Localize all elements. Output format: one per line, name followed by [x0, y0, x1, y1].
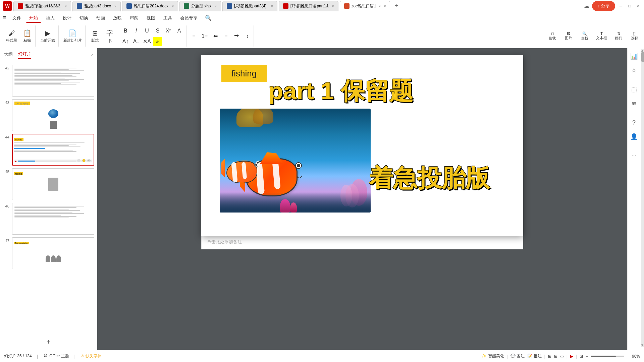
- fit-width-button[interactable]: ⊡: [580, 354, 583, 359]
- canvas-area[interactable]: fishing part 1 保留题: [97, 48, 627, 350]
- add-tab-button[interactable]: +: [391, 1, 401, 11]
- user-panel-button[interactable]: 👤: [628, 131, 640, 143]
- slide-thumb-47[interactable]: Transportation: [12, 237, 94, 269]
- image-button[interactable]: 🖼 图片: [562, 27, 575, 46]
- menu-insert[interactable]: 插入: [43, 14, 58, 22]
- menu-file[interactable]: 文件: [9, 14, 24, 22]
- start-slideshow-button[interactable]: ▶ 当前开始: [38, 27, 57, 46]
- tab-4[interactable]: 分题型.xlsx ×: [179, 1, 221, 11]
- font-size-up[interactable]: A↑: [121, 37, 130, 46]
- font-size-down[interactable]: A↓: [131, 37, 141, 46]
- font-color-button[interactable]: A: [174, 26, 184, 36]
- missing-font-badge[interactable]: ⚠ 缺失字体: [81, 353, 102, 359]
- align-center-button[interactable]: ≡: [221, 32, 231, 41]
- italic-button[interactable]: I: [131, 26, 141, 36]
- menu-view[interactable]: 视图: [143, 14, 159, 22]
- tab-outline[interactable]: 大纲: [4, 51, 13, 59]
- tab-3-close[interactable]: ×: [172, 4, 174, 8]
- tab-6[interactable]: [只读]雅思口语part1& ×: [279, 1, 338, 11]
- tab-6-close[interactable]: ×: [332, 4, 334, 8]
- slide-item-45[interactable]: 45 fishing: [3, 168, 94, 200]
- slide-thumb-43[interactable]: geography: [12, 99, 94, 131]
- slideshow-button[interactable]: ▶: [570, 354, 573, 359]
- maximize-button[interactable]: □: [627, 3, 633, 9]
- strikethrough-button[interactable]: S: [153, 26, 162, 36]
- view-grid-button[interactable]: ⊟: [554, 354, 557, 359]
- clear-format-button[interactable]: ✕A: [142, 37, 152, 46]
- question-panel-button[interactable]: ?: [628, 117, 640, 129]
- menu-design[interactable]: 设计: [59, 14, 75, 22]
- minimize-button[interactable]: ─: [618, 3, 624, 9]
- scrollbar-track[interactable]: ▲ ▼: [641, 49, 644, 347]
- numbering-button[interactable]: 1≡: [200, 32, 209, 41]
- tab-2[interactable]: 雅思part3.docx ×: [72, 1, 121, 11]
- slide-item-47[interactable]: 47 Transportation: [3, 237, 94, 269]
- tab-5[interactable]: [只读]雅思part3(4). ×: [222, 1, 277, 11]
- bullets-button[interactable]: ≡: [189, 32, 199, 41]
- slide-canvas[interactable]: fishing part 1 保留题: [201, 55, 523, 236]
- tab-slides[interactable]: 幻灯片: [18, 51, 31, 59]
- comment-toggle[interactable]: 💬 备注: [511, 353, 525, 359]
- notes-area[interactable]: 单击此处添加备注: [201, 236, 523, 249]
- shape-button[interactable]: ◻ 形状: [546, 27, 559, 46]
- star-panel-button[interactable]: ☆: [628, 64, 640, 76]
- share-button[interactable]: ↑ 分享: [592, 1, 615, 11]
- scrollbar-thumb[interactable]: [641, 52, 644, 62]
- cloud-icon[interactable]: ☁: [584, 3, 589, 9]
- menu-vip[interactable]: 会员专享: [177, 14, 201, 22]
- add-slide-button[interactable]: +: [0, 334, 97, 350]
- tab-5-close[interactable]: ×: [271, 4, 273, 8]
- tab-7-close[interactable]: ×: [384, 4, 386, 8]
- slide-thumb-42[interactable]: [12, 65, 94, 97]
- tab-4-close[interactable]: ×: [215, 4, 217, 8]
- hamburger-menu[interactable]: ≡: [3, 14, 6, 21]
- menu-review[interactable]: 审阅: [126, 14, 142, 22]
- zoom-slider[interactable]: [591, 356, 624, 357]
- find-button[interactable]: 🔍 查找: [578, 27, 591, 46]
- slide-item-46[interactable]: 46: [3, 203, 94, 235]
- tab-7[interactable]: zoe雅思口语1 ▾ ×: [340, 1, 390, 11]
- slide-item-42[interactable]: 42: [3, 65, 94, 97]
- slide-thumb-44[interactable]: fishing ▶ +: [12, 134, 94, 166]
- paste-button[interactable]: 📋 粘贴: [20, 27, 34, 46]
- smart-beautify-button[interactable]: ✨ 智能美化: [482, 353, 504, 359]
- align-left-button[interactable]: ⬅: [211, 32, 220, 41]
- tab-1-close[interactable]: ×: [65, 4, 67, 8]
- bold-button[interactable]: B: [121, 26, 130, 36]
- menu-animation[interactable]: 动画: [93, 14, 108, 22]
- format-painter-button[interactable]: 🖌 格式刷: [4, 27, 19, 46]
- layout-button[interactable]: ⊞ 版式: [88, 27, 102, 46]
- slide-item-44[interactable]: 44 fishing ▶: [3, 134, 94, 166]
- zoom-in-button[interactable]: +: [627, 354, 629, 359]
- font-button[interactable]: 字 书: [103, 27, 116, 46]
- menu-tools[interactable]: 工具: [160, 14, 175, 22]
- close-button[interactable]: ✕: [635, 3, 641, 9]
- zoom-out-button[interactable]: −: [586, 354, 588, 359]
- slide-thumb-45[interactable]: fishing: [12, 168, 94, 200]
- underline-button[interactable]: U: [142, 26, 152, 36]
- line-spacing-button[interactable]: ↕: [243, 32, 252, 41]
- annotation-toggle[interactable]: 📝 批注: [527, 353, 541, 359]
- search-icon[interactable]: 🔍: [205, 15, 212, 21]
- tab-2-close[interactable]: ×: [114, 4, 116, 8]
- textbox-button[interactable]: T 文本框: [594, 27, 609, 46]
- tab-3[interactable]: 雅思口语2024.docx ×: [122, 1, 178, 11]
- filter-panel-button[interactable]: ≋: [628, 98, 640, 110]
- superscript-button[interactable]: X²: [164, 26, 173, 36]
- tab-1[interactable]: 雅思口语part1&2&3. ×: [13, 1, 71, 11]
- highlight-button[interactable]: 🖊: [153, 37, 162, 46]
- scroll-up-arrow[interactable]: ▲: [641, 49, 644, 52]
- new-slide-button[interactable]: 📄 新建幻灯片: [61, 27, 84, 46]
- layers-panel-button[interactable]: ⬚: [628, 83, 640, 96]
- collapse-sidebar-button[interactable]: ‹: [91, 52, 93, 58]
- menu-home[interactable]: 开始: [26, 13, 41, 23]
- slide-item-43[interactable]: 43 geography: [3, 99, 94, 131]
- sort-button[interactable]: ⇅ 排列: [612, 27, 625, 46]
- animation-panel-button[interactable]: 📊: [628, 50, 640, 62]
- slide-thumb-46[interactable]: [12, 203, 94, 235]
- more-panel-button[interactable]: ···: [628, 149, 640, 162]
- scroll-down-arrow[interactable]: ▼: [641, 343, 644, 347]
- menu-slideshow[interactable]: 放映: [110, 14, 125, 22]
- view-slide-button[interactable]: ▭: [560, 354, 564, 359]
- view-normal-button[interactable]: ⊞: [548, 354, 551, 359]
